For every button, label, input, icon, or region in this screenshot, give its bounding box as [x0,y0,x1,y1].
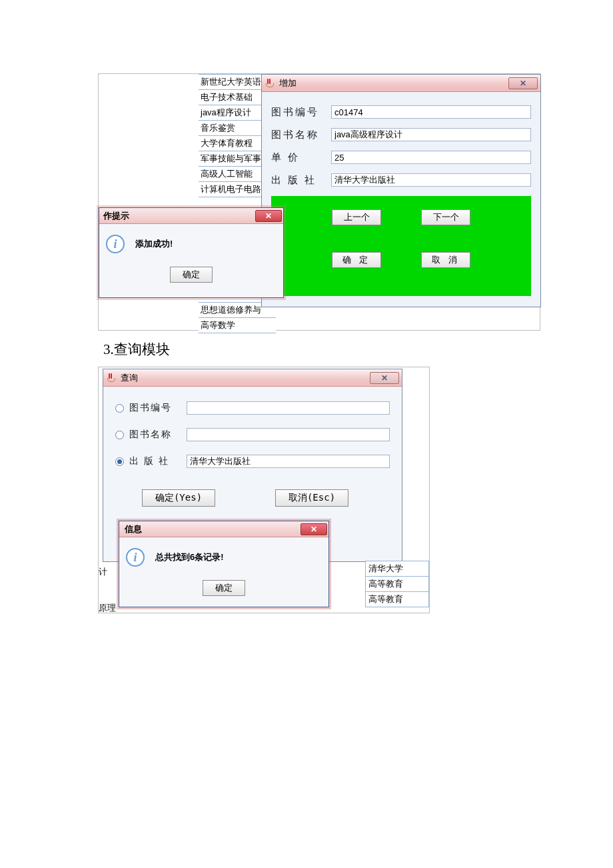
close-icon: ✕ [265,211,272,221]
message-dialog: 信息 ✕ i 总共找到6条记录! 确定 [119,521,329,607]
radio-publisher[interactable] [115,457,124,466]
query-dialog-title: 查询 [121,372,138,384]
price-input[interactable] [331,151,531,164]
radio-publisher-label: 出 版 社 [129,455,181,467]
button-panel: 上一个 下一个 确 定 取 消 [271,196,531,296]
message-dialog-titlebar[interactable]: 作提示 ✕ [99,208,283,224]
result-table-fragment: 清华大学 高等教育 高等教育 [365,561,429,607]
radio-book-name-label: 图书名称 [129,429,181,441]
java-icon [106,373,117,383]
radio-book-id-label: 图书编号 [129,402,181,414]
next-button[interactable]: 下一个 [421,209,470,225]
table-row: 高等教育 [366,592,429,607]
query-book-name-input[interactable] [187,428,390,441]
close-button[interactable]: ✕ [255,210,282,222]
message-dialog-titlebar[interactable]: 信息 ✕ [119,521,328,537]
book-name-input[interactable] [331,128,531,141]
edge-text: 计 [99,566,107,578]
table-row: 清华大学 [366,561,429,577]
message-text: 添加成功! [135,238,173,250]
close-icon: ✕ [381,373,388,383]
add-dialog-title: 增加 [279,77,297,89]
list-item: 高等数学 [199,318,276,333]
query-publisher-input[interactable] [187,455,390,468]
cancel-button[interactable]: 取 消 [421,252,470,268]
add-dialog: 增加 ✕ 图书编号 图书名称 单 价 [261,74,541,307]
prev-button[interactable]: 上一个 [332,209,381,225]
close-icon: ✕ [310,525,317,534]
screenshot-1: 新世纪大学英语 电子技术基础 java程序设计 音乐鉴赏 大学体育教程 军事技能… [98,73,540,331]
message-dialog-title: 信息 [121,523,142,535]
query-ok-button[interactable]: 确定(Yes) [142,489,215,507]
section-heading: 3.查询模块 [103,340,170,359]
message-ok-button[interactable]: 确定 [203,580,245,596]
add-dialog-titlebar[interactable]: 增加 ✕ [262,75,540,92]
message-dialog: 作提示 ✕ i 添加成功! 确定 [99,207,284,298]
price-label: 单 价 [271,151,331,164]
message-ok-button[interactable]: 确定 [170,267,213,283]
query-dialog-titlebar[interactable]: 查询 ✕ [103,369,402,387]
book-name-label: 图书名称 [271,129,331,141]
table-row: 高等教育 [366,577,429,592]
edge-text: 原理 [99,602,116,614]
screenshot-2: 查询 ✕ 图书编号 图书名称 出 版 社 [98,367,430,613]
publisher-input[interactable] [331,173,531,187]
message-dialog-title: 作提示 [101,210,129,222]
query-book-id-input[interactable] [187,401,390,415]
close-button[interactable]: ✕ [301,523,327,535]
query-cancel-button[interactable]: 取消(Esc) [275,489,348,507]
radio-book-id[interactable] [115,404,124,413]
close-icon: ✕ [520,79,526,88]
info-icon: i [106,235,125,253]
radio-book-name[interactable] [115,431,124,439]
close-button[interactable]: ✕ [508,77,538,89]
java-icon [265,78,275,89]
close-button[interactable]: ✕ [370,372,399,384]
ok-button[interactable]: 确 定 [332,252,381,268]
book-id-label: 图书编号 [271,106,331,119]
message-text: 总共找到6条记录! [155,551,224,563]
info-icon: i [126,548,145,567]
book-id-input[interactable] [331,105,531,119]
publisher-label: 出 版 社 [271,174,331,187]
